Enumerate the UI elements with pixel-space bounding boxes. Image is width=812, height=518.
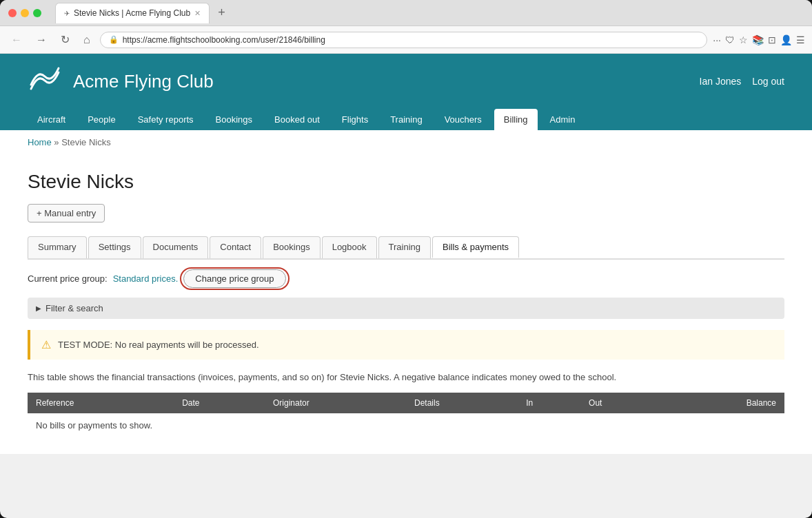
nav-item-safety-reports[interactable]: Safety reports [128, 109, 203, 130]
site-user: Ian Jones Log out [700, 76, 784, 87]
close-button[interactable] [8, 9, 17, 17]
tab-bar: ✈ Stevie Nicks | Acme Flying Club ✕ + [55, 3, 804, 23]
table-row-empty: No bills or payments to show. [28, 413, 784, 437]
minimize-button[interactable] [21, 9, 29, 17]
logo-icon [28, 67, 62, 96]
active-tab[interactable]: ✈ Stevie Nicks | Acme Flying Club ✕ [55, 3, 210, 23]
change-price-group-button[interactable]: Change price group [183, 269, 285, 288]
url-text: https://acme.flightschoolbooking.com/use… [123, 35, 325, 45]
traffic-lights [8, 9, 41, 17]
filter-section[interactable]: ▶ Filter & search [28, 298, 784, 319]
tab-bills-payments[interactable]: Bills & payments [432, 236, 519, 258]
site-logo: Acme Flying Club [28, 67, 214, 96]
filter-label: Filter & search [45, 303, 103, 313]
profile-icon[interactable]: 👤 [780, 34, 792, 45]
breadcrumb-separator: » [54, 137, 61, 147]
toolbar-right: ··· 🛡 ☆ 📚 ⊡ 👤 ☰ [713, 34, 805, 45]
warning-icon: ⚠ [41, 338, 51, 351]
table-header-row: Reference Date Originator Details In Out… [28, 393, 784, 413]
main-content: Home » Stevie Nicks Stevie Nicks + Manua… [0, 130, 812, 454]
manual-entry-button[interactable]: + Manual entry [28, 204, 105, 222]
tab-documents[interactable]: Documents [143, 236, 209, 258]
col-reference: Reference [28, 393, 174, 413]
tab-settings[interactable]: Settings [88, 236, 141, 258]
breadcrumb-current: Stevie Nicks [61, 137, 111, 147]
site-name: Acme Flying Club [73, 71, 214, 92]
price-group-row: Current price group: Standard prices. Ch… [28, 260, 784, 298]
sub-tabs: Summary Settings Documents Contact Booki… [28, 236, 784, 260]
nav-item-training[interactable]: Training [380, 109, 432, 130]
tab-training[interactable]: Training [378, 236, 431, 258]
alert-text: TEST MODE: No real payments will be proc… [58, 340, 259, 350]
site-nav: Aircraft People Safety reports Bookings … [0, 109, 812, 130]
description-text: This table shows the financial transacti… [28, 371, 784, 384]
address-bar[interactable]: 🔒 https://acme.flightschoolbooking.com/u… [100, 32, 708, 48]
price-group-link[interactable]: Standard prices. [113, 273, 179, 284]
tab-contact[interactable]: Contact [210, 236, 261, 258]
col-balance: Balance [660, 393, 784, 413]
tab-summary[interactable]: Summary [28, 236, 87, 258]
more-icon[interactable]: ··· [713, 34, 721, 45]
nav-item-vouchers[interactable]: Vouchers [435, 109, 491, 130]
new-tab-button[interactable]: + [215, 6, 228, 20]
filter-expand-icon: ▶ [36, 304, 41, 312]
reader-view-icon[interactable]: ⊡ [768, 34, 776, 45]
col-date: Date [174, 393, 265, 413]
forward-button[interactable]: → [32, 31, 51, 49]
bookmark-icon[interactable]: ☆ [739, 34, 748, 45]
nav-item-flights[interactable]: Flights [332, 109, 378, 130]
breadcrumb: Home » Stevie Nicks [0, 130, 812, 154]
content-area: Stevie Nicks + Manual entry Summary Sett… [0, 154, 812, 454]
home-button[interactable]: ⌂ [79, 31, 94, 49]
reading-list-icon[interactable]: 📚 [752, 34, 764, 45]
nav-item-people[interactable]: People [78, 109, 125, 130]
browser-window: ✈ Stevie Nicks | Acme Flying Club ✕ + ← … [0, 0, 812, 518]
tab-bookings[interactable]: Bookings [263, 236, 320, 258]
menu-icon[interactable]: ☰ [796, 34, 805, 45]
back-button[interactable]: ← [7, 31, 26, 49]
empty-message: No bills or payments to show. [28, 413, 784, 437]
alert-warning: ⚠ TEST MODE: No real payments will be pr… [28, 330, 784, 360]
nav-item-billing[interactable]: Billing [494, 109, 538, 130]
col-in: In [518, 393, 580, 413]
lock-icon: 🔒 [109, 35, 119, 44]
shield-icon[interactable]: 🛡 [725, 34, 735, 45]
tab-close-icon[interactable]: ✕ [194, 9, 201, 18]
col-details: Details [406, 393, 518, 413]
browser-titlebar: ✈ Stevie Nicks | Acme Flying Club ✕ + [0, 0, 812, 26]
browser-toolbar: ← → ↻ ⌂ 🔒 https://acme.flightschoolbooki… [0, 26, 812, 54]
tab-title: Stevie Nicks | Acme Flying Club [74, 8, 190, 18]
maximize-button[interactable] [33, 9, 41, 17]
refresh-button[interactable]: ↻ [57, 30, 74, 49]
nav-item-bookings[interactable]: Bookings [206, 109, 262, 130]
logout-button[interactable]: Log out [752, 76, 784, 87]
page-title: Stevie Nicks [28, 171, 784, 193]
col-originator: Originator [265, 393, 406, 413]
site-header: Acme Flying Club Ian Jones Log out [0, 54, 812, 109]
tab-logbook[interactable]: Logbook [322, 236, 377, 258]
nav-item-admin[interactable]: Admin [540, 109, 585, 130]
billing-table: Reference Date Originator Details In Out… [28, 393, 784, 437]
price-group-label: Current price group: [28, 273, 108, 284]
user-name: Ian Jones [700, 76, 742, 87]
breadcrumb-home[interactable]: Home [28, 137, 52, 147]
col-out: Out [580, 393, 660, 413]
nav-item-booked-out[interactable]: Booked out [265, 109, 329, 130]
nav-item-aircraft[interactable]: Aircraft [28, 109, 75, 130]
page-content: Acme Flying Club Ian Jones Log out Aircr… [0, 54, 812, 454]
tab-favicon: ✈ [64, 10, 70, 17]
